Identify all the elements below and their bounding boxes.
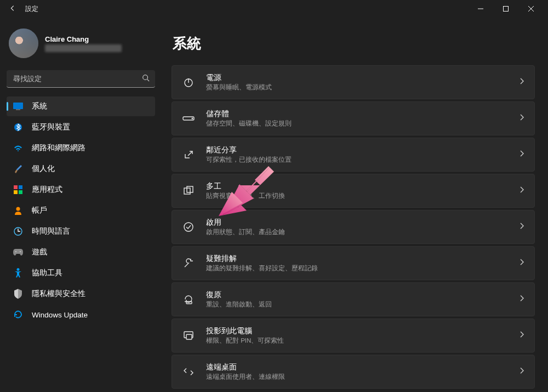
- sidebar-item-time-language[interactable]: 時間與語言: [7, 221, 155, 241]
- sidebar-item-label: 協助工具: [32, 268, 62, 278]
- avatar: [9, 29, 38, 58]
- wifi-icon: [13, 143, 23, 153]
- chevron-right-icon: [519, 113, 524, 123]
- tile-multitasking[interactable]: 多工貼齊視窗、桌面、工作切換: [172, 174, 535, 208]
- accessibility-icon: [13, 268, 23, 278]
- bluetooth-icon: [13, 122, 23, 132]
- sidebar-item-network[interactable]: 網路和網際網路: [7, 138, 155, 158]
- sidebar-item-accounts[interactable]: 帳戶: [7, 201, 155, 220]
- search-box[interactable]: [7, 70, 155, 88]
- tile-title: 儲存體: [206, 109, 292, 119]
- tile-title: 復原: [206, 290, 272, 300]
- chevron-right-icon: [519, 150, 524, 160]
- search-input[interactable]: [7, 70, 155, 88]
- tile-remote-desktop[interactable]: 遠端桌面遠端桌面使用者、連線權限: [172, 355, 535, 389]
- sidebar-item-label: Windows Update: [32, 311, 88, 319]
- sidebar-item-label: 隱私權與安全性: [32, 289, 85, 299]
- sidebar-item-label: 個人化: [32, 164, 55, 174]
- sidebar-item-label: 系統: [32, 101, 47, 111]
- tile-subtitle: 螢幕與睡眠、電源模式: [206, 83, 272, 92]
- tile-title: 投影到此電腦: [206, 326, 284, 336]
- tile-title: 啟用: [206, 218, 285, 228]
- tile-title: 疑難排解: [206, 254, 318, 264]
- tile-recovery[interactable]: 復原重設、進階啟動、返回: [172, 282, 535, 316]
- sidebar-item-apps[interactable]: 應用程式: [7, 180, 155, 200]
- tile-subtitle: 可探索性，已接收的檔案位置: [206, 156, 292, 164]
- profile-block[interactable]: Claire Chang: [7, 22, 155, 67]
- sidebar-item-bluetooth[interactable]: 藍牙與裝置: [7, 117, 155, 137]
- svg-rect-7: [14, 190, 18, 194]
- shield-icon: [13, 289, 23, 299]
- svg-rect-8: [19, 190, 22, 194]
- sidebar-item-label: 時間與語言: [32, 226, 70, 236]
- tile-troubleshoot[interactable]: 疑難排解建議的疑難排解、喜好設定、歷程記錄: [172, 246, 535, 280]
- svg-point-13: [17, 268, 20, 271]
- chevron-right-icon: [519, 222, 524, 232]
- minimize-button[interactable]: [468, 0, 493, 18]
- chevron-right-icon: [519, 186, 524, 196]
- svg-rect-6: [19, 185, 22, 189]
- svg-point-12: [20, 251, 21, 252]
- search-icon: [142, 74, 150, 84]
- main-content: 系統 電源螢幕與睡眠、電源模式 儲存體儲存空間、磁碟機、設定規則 鄰近分享可探索…: [162, 18, 548, 392]
- tile-title: 多工: [206, 181, 285, 191]
- title-bar: 設定: [0, 0, 548, 18]
- sidebar-item-label: 帳戶: [32, 206, 47, 215]
- person-icon: [13, 206, 23, 215]
- sidebar-item-windows-update[interactable]: Windows Update: [7, 305, 155, 325]
- tile-nearby-sharing[interactable]: 鄰近分享可探索性，已接收的檔案位置: [172, 138, 535, 172]
- svg-point-11: [15, 251, 16, 252]
- svg-rect-22: [186, 334, 192, 339]
- sidebar-item-gaming[interactable]: 遊戲: [7, 242, 155, 262]
- tile-subtitle: 建議的疑難排解、喜好設定、歷程記錄: [206, 264, 318, 272]
- tile-subtitle: 權限、配對 PIN、可探索性: [206, 337, 284, 345]
- settings-tiles: 電源螢幕與睡眠、電源模式 儲存體儲存空間、磁碟機、設定規則 鄰近分享可探索性，已…: [172, 65, 535, 389]
- svg-point-19: [184, 223, 193, 231]
- multitask-icon: [182, 184, 195, 197]
- sidebar-item-label: 遊戲: [32, 247, 47, 257]
- chevron-right-icon: [519, 77, 524, 87]
- update-icon: [13, 310, 23, 320]
- close-button[interactable]: [518, 0, 544, 18]
- tile-subtitle: 儲存空間、磁碟機、設定規則: [206, 120, 292, 128]
- tile-subtitle: 啟用狀態、訂閱、產品金鑰: [206, 228, 285, 236]
- nav-list: 系統 藍牙與裝置 網路和網際網路 個人化 應用程式 帳戶: [7, 96, 155, 325]
- storage-icon: [182, 112, 195, 125]
- tile-subtitle: 遠端桌面使用者、連線權限: [206, 373, 285, 381]
- svg-rect-5: [14, 185, 18, 189]
- remote-icon: [182, 365, 195, 378]
- svg-point-16: [192, 118, 193, 119]
- tile-title: 鄰近分享: [206, 145, 292, 155]
- tile-activation[interactable]: 啟用啟用狀態、訂閱、產品金鑰: [172, 210, 535, 244]
- chevron-right-icon: [519, 258, 524, 268]
- share-icon: [182, 148, 195, 161]
- check-circle-icon: [182, 220, 195, 234]
- paintbrush-icon: [13, 164, 23, 174]
- sidebar-item-privacy[interactable]: 隱私權與安全性: [7, 284, 155, 304]
- tile-storage[interactable]: 儲存體儲存空間、磁碟機、設定規則: [172, 101, 535, 135]
- system-icon: [13, 101, 23, 111]
- tile-title: 遠端桌面: [206, 362, 285, 372]
- window-title: 設定: [25, 4, 38, 14]
- profile-email-redacted: [45, 44, 122, 52]
- project-icon: [182, 329, 195, 342]
- sidebar-item-label: 藍牙與裝置: [32, 122, 70, 132]
- recovery-icon: [182, 293, 195, 306]
- sidebar-item-system[interactable]: 系統: [7, 96, 155, 116]
- maximize-button[interactable]: [493, 0, 518, 18]
- gamepad-icon: [13, 247, 23, 257]
- tile-projecting[interactable]: 投影到此電腦權限、配對 PIN、可探索性: [172, 319, 535, 353]
- svg-rect-2: [13, 103, 23, 109]
- sidebar-item-label: 應用程式: [32, 185, 62, 195]
- svg-point-1: [143, 75, 148, 80]
- back-button[interactable]: [9, 4, 16, 14]
- svg-rect-0: [504, 7, 509, 12]
- svg-point-9: [16, 207, 20, 211]
- profile-name: Claire Chang: [45, 35, 122, 43]
- tile-subtitle: 貼齊視窗、桌面、工作切換: [206, 192, 285, 200]
- svg-rect-3: [16, 109, 20, 110]
- sidebar-item-accessibility[interactable]: 協助工具: [7, 263, 155, 283]
- sidebar-item-personalization[interactable]: 個人化: [7, 159, 155, 179]
- tile-power[interactable]: 電源螢幕與睡眠、電源模式: [172, 65, 535, 99]
- page-title: 系統: [173, 34, 535, 53]
